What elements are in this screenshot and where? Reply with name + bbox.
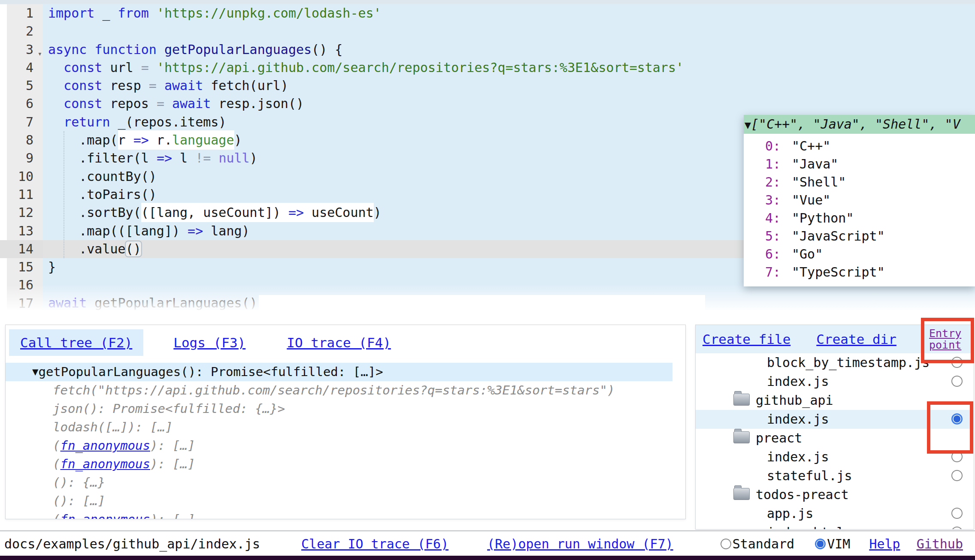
code-line[interactable]: 6 const repos = await resp.json() (0, 95, 975, 113)
value-overlay-items: 0:"C++"1:"Java"2:"Shell"3:"Vue"4:"Python… (744, 134, 975, 286)
annotation-box-entry-point (921, 318, 974, 363)
line-number: 4 (7, 59, 43, 77)
expand-arrow-icon[interactable]: ▼ (32, 366, 38, 378)
tab-call-tree-f2-[interactable]: Call tree (F2) (9, 329, 143, 356)
call-tree-row[interactable]: (): {…} (6, 473, 685, 492)
tab-io-trace-f4-[interactable]: IO trace (F4) (276, 329, 402, 356)
entry-point-radio[interactable] (951, 527, 963, 530)
code-token: _ (94, 6, 118, 21)
create-dir-button[interactable]: Create dir (816, 331, 896, 347)
array-item-row: 4:"Python" (744, 209, 975, 227)
value-overlay-header[interactable]: ▼["C++", "Java", "Shell", "V (744, 115, 975, 134)
array-item-row: 2:"Shell" (744, 173, 975, 191)
anonymous-fn-link[interactable]: fn_anonymous (60, 457, 150, 471)
call-tree-panel: Call tree (F2)Logs (F3)IO trace (F4) ▼ge… (5, 325, 686, 519)
line-number-fold-marker: 3 (7, 41, 43, 59)
keymap-vim-option[interactable]: VIM (815, 536, 850, 551)
line-number: 13 (7, 222, 43, 240)
editor-left-margin (0, 222, 7, 240)
anonymous-fn-link[interactable]: fn_anonymous (60, 512, 150, 519)
entry-point-radio[interactable] (951, 376, 963, 387)
array-item-value: "Python" (792, 211, 854, 226)
code-line[interactable]: 5 const resp = await fetch(url) (0, 77, 975, 95)
code-token: null (218, 151, 249, 166)
value-inspector-overlay: ▼["C++", "Java", "Shell", "V 0:"C++"1:"J… (744, 115, 975, 286)
file-tree-file-app-js[interactable]: app.js (696, 504, 974, 523)
array-item-value: "C++" (792, 138, 830, 154)
array-item-index: 1: (744, 155, 781, 173)
line-number: 14 (7, 240, 43, 258)
file-name: github_api (756, 393, 833, 408)
help-link[interactable]: Help (869, 536, 900, 551)
code-line[interactable]: 17await getPopularLanguages() (0, 295, 975, 310)
call-tree-text: json(): Promise<fulfilled: {…}> (53, 401, 285, 416)
code-token: async (48, 42, 87, 57)
call-tree-row[interactable]: fetch("https://api.github.com/search/rep… (6, 381, 685, 400)
line-number: 11 (7, 186, 43, 204)
code-line[interactable]: 2 (0, 22, 975, 40)
folder-icon (733, 488, 750, 500)
entry-point-radio[interactable] (951, 508, 963, 519)
entry-point-radio[interactable] (951, 470, 963, 481)
create-file-button[interactable]: Create file (702, 331, 790, 347)
code-line[interactable]: 4 const url = 'https://api.github.com/se… (0, 59, 975, 77)
line-number: 17 (7, 295, 43, 310)
code-line[interactable]: 3async function getPopularLanguages() { (0, 41, 975, 59)
code-token: ) (374, 205, 382, 220)
code-token: repos (102, 96, 156, 111)
array-item-index: 2: (744, 173, 781, 191)
status-bar: docs/examples/github_api/index.js Clear … (0, 530, 975, 557)
editor-left-margin (0, 4, 7, 22)
array-item-row: 0:"C++" (744, 137, 975, 155)
editor-left-margin (0, 258, 7, 276)
call-tree-row[interactable]: (fn_anonymous): […] (6, 437, 685, 455)
code-token: from (118, 6, 149, 21)
file-tree-dir-todos-preact[interactable]: todos-preact (696, 485, 974, 504)
file-tree-file-stateful-js[interactable]: stateful.js (696, 467, 974, 485)
code-token (149, 6, 157, 21)
array-item-row: 7:"TypeScript" (744, 263, 975, 281)
call-tree-row[interactable]: (fn_anonymous): […] (6, 455, 685, 473)
code-token: ) (234, 132, 242, 148)
vim-radio-label: VIM (827, 536, 850, 551)
file-name: index.html (767, 525, 845, 530)
keymap-standard-option[interactable]: Standard (721, 536, 795, 551)
vim-radio[interactable] (815, 539, 826, 549)
array-item-index: 4: (744, 209, 781, 227)
file-tree-file-index-js[interactable]: index.js (696, 372, 974, 391)
code-token: => (188, 223, 203, 238)
call-tree-row[interactable]: lodash([…]): […] (6, 418, 685, 437)
code-token: fetch(url) (203, 78, 288, 93)
call-tree-row[interactable]: ▼getPopularLanguages(): Promise<fulfille… (6, 363, 672, 381)
code-token: } (48, 259, 56, 274)
line-number: 7 (7, 113, 43, 131)
code-token: .map( (48, 132, 118, 148)
code-token: await (48, 295, 87, 310)
call-tree-text: ( (53, 457, 60, 471)
call-tree-row[interactable]: (fn_anonymous): […] (6, 510, 685, 519)
folder-icon (733, 431, 750, 443)
file-tree-file-index-html[interactable]: index.html (696, 523, 974, 530)
code-line[interactable]: 1import _ from 'https://unpkg.com/lodash… (0, 4, 975, 22)
window-bottom-edge (0, 556, 975, 560)
call-tree-row[interactable]: (): […] (6, 492, 685, 510)
code-token (48, 114, 64, 129)
anonymous-fn-link[interactable]: fn_anonymous (60, 438, 150, 453)
tab-logs-f3-[interactable]: Logs (F3) (162, 329, 257, 356)
call-tree-row[interactable]: json(): Promise<fulfilled: {…}> (6, 400, 685, 418)
line-number: 6 (7, 95, 43, 113)
code-token (157, 42, 164, 57)
code-token: language (172, 130, 234, 150)
code-token: = (149, 78, 157, 93)
clear-io-trace-button[interactable]: Clear IO trace (F6) (301, 536, 448, 551)
code-token: await (172, 96, 211, 111)
file-name: app.js (767, 506, 813, 521)
editor-left-margin (0, 186, 7, 204)
collapse-arrow-icon[interactable]: ▼ (744, 119, 751, 131)
standard-radio[interactable] (721, 539, 731, 549)
github-link[interactable]: Github (917, 536, 963, 551)
line-number: 2 (7, 22, 43, 40)
indent-guide (64, 131, 64, 258)
reopen-run-window-button[interactable]: (Re)open run window (F7) (487, 536, 673, 551)
code-token: l (172, 151, 195, 166)
